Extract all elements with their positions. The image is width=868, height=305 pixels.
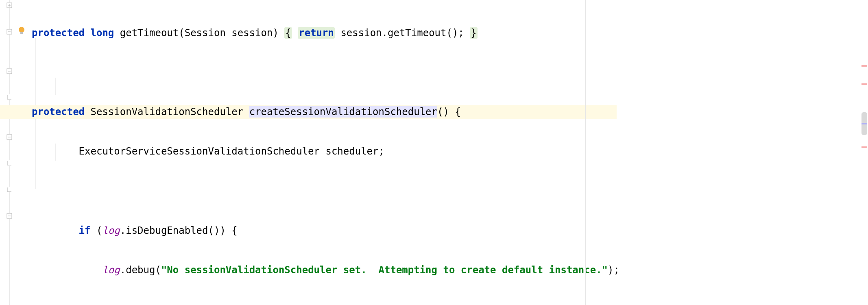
intention-bulb-icon[interactable]	[17, 25, 26, 34]
code-line[interactable]: }	[32, 303, 585, 305]
code-editor[interactable]: protected long getTimeout(Session sessio…	[0, 0, 868, 305]
fold-minus-icon[interactable]	[6, 68, 13, 74]
code-line-highlighted[interactable]: protected SessionValidationScheduler cre…	[0, 105, 617, 118]
fold-end-icon[interactable]	[6, 187, 13, 192]
fold-minus-icon[interactable]	[6, 213, 13, 219]
fold-end-icon[interactable]	[6, 94, 13, 100]
error-stripe-marker[interactable]	[861, 65, 867, 67]
fold-guide	[9, 0, 10, 305]
code-line[interactable]	[32, 185, 585, 198]
fold-plus-icon[interactable]	[6, 2, 13, 8]
svg-point-11	[19, 27, 24, 33]
marker-bar[interactable]	[860, 0, 868, 305]
code-area[interactable]: protected long getTimeout(Session sessio…	[32, 0, 585, 305]
error-stripe-marker[interactable]	[861, 146, 867, 148]
code-line[interactable]: ExecutorServiceSessionValidationSchedule…	[32, 145, 585, 158]
code-line[interactable]: log.debug("No sessionValidationScheduler…	[32, 264, 585, 277]
svg-rect-12	[20, 32, 23, 34]
fold-minus-icon[interactable]	[6, 29, 13, 35]
fold-minus-icon[interactable]	[6, 134, 13, 140]
error-stripe-marker[interactable]	[861, 123, 867, 124]
editor-gutter	[0, 0, 28, 305]
error-stripe-marker[interactable]	[861, 83, 867, 85]
right-margin-line	[585, 0, 586, 305]
fold-end-icon[interactable]	[6, 160, 13, 166]
code-line[interactable]: protected long getTimeout(Session sessio…	[32, 26, 585, 39]
code-line[interactable]: if (log.isDebugEnabled()) {	[32, 224, 585, 237]
code-line[interactable]	[32, 66, 585, 79]
